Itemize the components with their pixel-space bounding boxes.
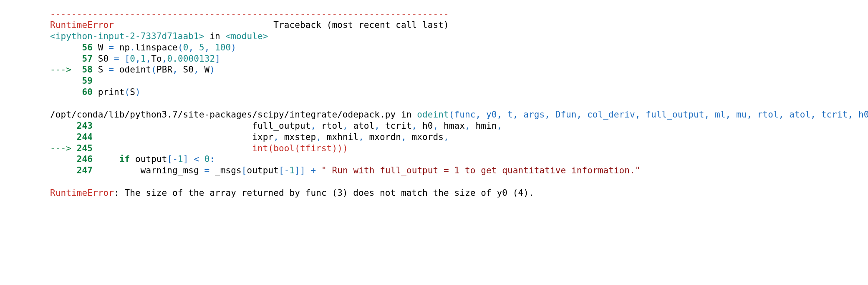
code-token: 1 bbox=[141, 54, 146, 64]
code-token: output bbox=[247, 165, 279, 175]
code-token: ) bbox=[343, 143, 348, 153]
code-token bbox=[188, 154, 194, 164]
code-token bbox=[199, 154, 204, 164]
code-token: = bbox=[204, 165, 210, 175]
code-token: 0 bbox=[130, 54, 135, 64]
code-token: warning_msg bbox=[93, 165, 204, 175]
line-number: 57 bbox=[77, 54, 93, 64]
traceback-divider: ----------------------------------------… bbox=[50, 9, 449, 19]
code-token: ) bbox=[332, 143, 337, 153]
code-token: 0 bbox=[204, 154, 210, 164]
code-token: ] bbox=[215, 54, 220, 64]
code-token: , bbox=[316, 132, 321, 142]
code-token: W bbox=[199, 65, 210, 75]
code-token: bool bbox=[273, 143, 295, 153]
final-exception-message: : The size of the array returned by func… bbox=[114, 188, 534, 198]
code-token: print bbox=[93, 87, 124, 97]
code-token: 5 bbox=[199, 42, 204, 52]
code-token: output bbox=[130, 154, 167, 164]
line-number: 56 bbox=[77, 42, 93, 52]
line-number: 245 bbox=[77, 143, 93, 153]
traceback-header-right: Traceback (most recent call last) bbox=[273, 20, 449, 30]
code-token: ] bbox=[183, 154, 189, 164]
code-token: 1 bbox=[290, 165, 295, 175]
code-token: _msgs bbox=[209, 165, 241, 175]
code-token: hmax bbox=[438, 121, 465, 131]
code-token: , bbox=[273, 132, 279, 142]
code-token: . bbox=[130, 42, 135, 52]
code-token: , bbox=[162, 54, 167, 64]
code-token: ] bbox=[295, 165, 300, 175]
code-token: S bbox=[130, 87, 135, 97]
code-token: S0 bbox=[93, 54, 114, 64]
code-token: mxordn bbox=[364, 132, 401, 142]
current-frame-arrow: ---> bbox=[50, 143, 77, 153]
code-token: odeint bbox=[114, 65, 151, 75]
code-token: , bbox=[497, 121, 502, 131]
code-token: , bbox=[310, 121, 316, 131]
frame-arrow-pad bbox=[50, 165, 77, 175]
frame-arrow-pad bbox=[50, 54, 77, 64]
header-gap bbox=[114, 20, 273, 30]
in-word: in bbox=[396, 110, 417, 120]
code-token: , bbox=[412, 121, 417, 131]
code-token: , bbox=[343, 121, 348, 131]
frame-arrow-pad bbox=[50, 121, 77, 131]
code-token bbox=[305, 165, 311, 175]
code-token: [ bbox=[167, 154, 172, 164]
code-token: , bbox=[444, 132, 449, 142]
code-token: + bbox=[311, 165, 316, 175]
code-token: 100 bbox=[215, 42, 231, 52]
line-number: 243 bbox=[77, 121, 93, 131]
code-token: [ bbox=[124, 54, 130, 64]
code-token: , bbox=[146, 54, 151, 64]
code-token: ( bbox=[295, 143, 300, 153]
code-token bbox=[194, 42, 199, 52]
line-number: 59 bbox=[77, 76, 93, 86]
code-token: , bbox=[358, 132, 364, 142]
code-token: np bbox=[114, 42, 130, 52]
code-token: if bbox=[119, 154, 130, 164]
code-token bbox=[119, 54, 125, 64]
code-token: , bbox=[433, 121, 439, 131]
frame-function-name: <module> bbox=[226, 31, 268, 41]
code-token: S0 bbox=[178, 65, 194, 75]
traceback-output: ----------------------------------------… bbox=[0, 0, 868, 211]
code-token: < bbox=[194, 154, 199, 164]
code-token: ( bbox=[178, 42, 183, 52]
frame-location: /opt/conda/lib/python3.7/site-packages/s… bbox=[50, 110, 396, 120]
code-token: ( bbox=[268, 143, 273, 153]
code-token: ) bbox=[135, 87, 141, 97]
line-number: 246 bbox=[77, 154, 93, 164]
frame-func-args: func, y0, t, args, Dfun, col_deriv, full… bbox=[454, 110, 868, 120]
code-token: - bbox=[172, 154, 178, 164]
code-token: atol bbox=[348, 121, 375, 131]
code-token: PBR bbox=[156, 65, 172, 75]
code-token bbox=[93, 76, 98, 86]
code-token: 1 bbox=[178, 154, 183, 164]
code-token: hmin bbox=[470, 121, 497, 131]
code-token: ] bbox=[300, 165, 305, 175]
code-token: [ bbox=[279, 165, 284, 175]
code-token: mxhnil bbox=[321, 132, 358, 142]
frame-arrow-pad bbox=[50, 154, 77, 164]
line-number: 247 bbox=[77, 165, 93, 175]
frame-arrow-pad bbox=[50, 42, 77, 52]
code-token: S bbox=[93, 65, 108, 75]
line-number: 244 bbox=[77, 132, 93, 142]
code-token: W bbox=[93, 42, 108, 52]
code-token: , bbox=[194, 65, 199, 75]
code-token: h0 bbox=[417, 121, 433, 131]
code-token: = bbox=[108, 42, 114, 52]
code-token: [ bbox=[242, 165, 247, 175]
code-token: ( bbox=[151, 65, 156, 75]
code-token: , bbox=[188, 42, 194, 52]
code-token: mxstep bbox=[279, 132, 316, 142]
code-token: , bbox=[374, 121, 380, 131]
code-token bbox=[209, 42, 215, 52]
code-token: int bbox=[93, 143, 268, 153]
code-token: ) bbox=[231, 42, 236, 52]
code-token: ( bbox=[124, 87, 130, 97]
code-token: " Run with full_output = 1 to get quanti… bbox=[321, 165, 641, 175]
code-token: : bbox=[209, 154, 215, 164]
